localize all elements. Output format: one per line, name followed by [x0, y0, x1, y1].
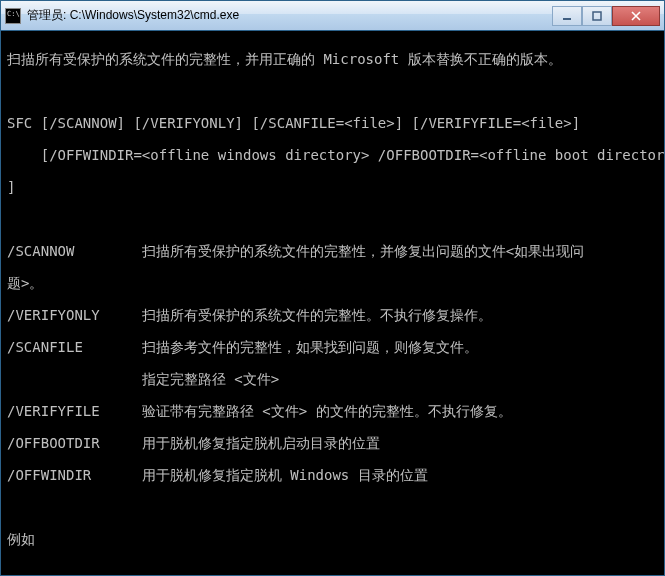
console-line: /SCANNOW 扫描所有受保护的系统文件的完整性，并修复出问题的文件<如果出现…: [7, 243, 658, 259]
close-button[interactable]: [612, 6, 660, 26]
console-line: [7, 83, 658, 99]
console-line: ]: [7, 179, 658, 195]
close-icon: [631, 11, 641, 21]
svg-rect-1: [593, 12, 601, 20]
console-line: [7, 563, 658, 575]
console-line: [/OFFWINDIR=<offline windows directory> …: [7, 147, 658, 163]
minimize-icon: [562, 11, 572, 21]
minimize-button[interactable]: [552, 6, 582, 26]
console-line: 指定完整路径 <文件>: [7, 371, 658, 387]
console-line: /SCANFILE 扫描参考文件的完整性，如果找到问题，则修复文件。: [7, 339, 658, 355]
console-line: SFC [/SCANNOW] [/VERIFYONLY] [/SCANFILE=…: [7, 115, 658, 131]
cmd-icon: [5, 8, 21, 24]
console-line: 扫描所有受保护的系统文件的完整性，并用正确的 Microsoft 版本替换不正确…: [7, 51, 658, 67]
console-line: [7, 499, 658, 515]
maximize-button[interactable]: [582, 6, 612, 26]
console-line: /VERIFYFILE 验证带有完整路径 <文件> 的文件的完整性。不执行修复。: [7, 403, 658, 419]
console-line: 例如: [7, 531, 658, 547]
window-controls: [552, 6, 660, 26]
svg-rect-0: [563, 18, 571, 20]
console-output[interactable]: 扫描所有受保护的系统文件的完整性，并用正确的 Microsoft 版本替换不正确…: [1, 31, 664, 575]
console-line: /VERIFYONLY 扫描所有受保护的系统文件的完整性。不执行修复操作。: [7, 307, 658, 323]
cmd-window: 管理员: C:\Windows\System32\cmd.exe 扫描所有受保护…: [0, 0, 665, 576]
titlebar[interactable]: 管理员: C:\Windows\System32\cmd.exe: [1, 1, 664, 31]
maximize-icon: [592, 11, 602, 21]
console-line: /OFFBOOTDIR 用于脱机修复指定脱机启动目录的位置: [7, 435, 658, 451]
console-line: /OFFWINDIR 用于脱机修复指定脱机 Windows 目录的位置: [7, 467, 658, 483]
console-line: [7, 211, 658, 227]
console-line: 题>。: [7, 275, 658, 291]
window-title: 管理员: C:\Windows\System32\cmd.exe: [27, 7, 552, 24]
